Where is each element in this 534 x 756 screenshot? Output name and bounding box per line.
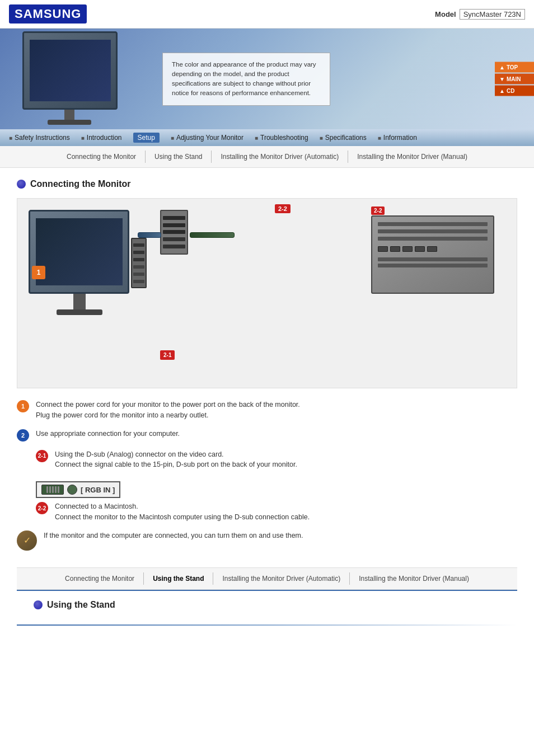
subnav-install-manual[interactable]: Installing the Monitor Driver (Manual) xyxy=(348,151,476,163)
instruction-2: 2 Use appropriate connection for your co… xyxy=(17,429,517,442)
badge-instr-2: 2 xyxy=(17,429,29,442)
diagram-center-cables xyxy=(160,210,188,255)
badge-2-2-alt: 2-2 xyxy=(275,204,291,213)
cable-right xyxy=(190,232,235,238)
instr-text-2-1: Using the D-sub (Analog) connector on th… xyxy=(55,449,297,471)
section1-header: Connecting the Monitor xyxy=(17,179,517,189)
subnav-stand[interactable]: Using the Stand xyxy=(146,151,212,163)
badge-1: 1 xyxy=(32,266,45,279)
sub-nav-top: Connecting the Monitor Using the Stand I… xyxy=(0,146,534,168)
nav-safety[interactable]: ■ Safety Instructions xyxy=(9,134,70,142)
nav-information[interactable]: ■ Information xyxy=(378,134,417,142)
model-value: SyncMaster 723N xyxy=(460,9,525,20)
bottom-subnav-auto[interactable]: Installing the Monitor Driver (Automatic… xyxy=(213,572,350,585)
diagram-pc-right: 2-2 xyxy=(371,215,505,305)
sub-nav-bottom: Connecting the Monitor Using the Stand I… xyxy=(17,567,517,590)
monitor-stand xyxy=(73,294,86,311)
badge-2-2: 2-2 xyxy=(371,206,385,215)
badge-instr-2-2: 2-2 xyxy=(36,502,48,514)
section2-bullet xyxy=(34,600,43,609)
rgb-circle-icon xyxy=(67,485,77,495)
instruction-2-1: 2-1 Using the D-sub (Analog) connector o… xyxy=(17,449,517,471)
subnav-install-auto[interactable]: Installing the Monitor Driver (Automatic… xyxy=(212,151,348,163)
section2: Using the Stand xyxy=(17,590,517,624)
monitor-frame xyxy=(29,210,129,294)
top-nav: ■ Safety Instructions ■ Introduction Set… xyxy=(0,129,534,146)
bottom-subnav-manual[interactable]: Installing the Monitor Driver (Manual) xyxy=(350,572,478,585)
instr-text-2-2: Connected to a Macintosh. Connect the mo… xyxy=(55,501,310,523)
section2-title: Using the Stand xyxy=(47,600,115,610)
monitor-port-block xyxy=(131,238,147,288)
top-button[interactable]: ▲ TOP xyxy=(495,62,534,73)
bottom-subnav-stand[interactable]: Using the Stand xyxy=(144,572,213,585)
nav-setup[interactable]: Setup xyxy=(133,133,160,143)
nav-troubleshooting[interactable]: ■ Troubleshooting xyxy=(255,134,308,142)
rgb-in-box: [ RGB IN ] xyxy=(36,481,120,498)
instruction-2-2: 2-2 Connected to a Macintosh. Connect th… xyxy=(17,501,517,523)
monitor-base xyxy=(57,309,102,315)
rgb-in-label: [ RGB IN ] xyxy=(81,486,115,494)
bottom-divider xyxy=(17,624,517,626)
nav-specifications[interactable]: ■ Specifications xyxy=(320,134,367,142)
instruction-check: ✓ If the monitor and the computer are co… xyxy=(17,530,517,551)
instr-text-1: Connect the power cord for your monitor … xyxy=(36,400,300,421)
instr-text-2: Use appropriate connection for your comp… xyxy=(36,429,180,439)
hero-monitor-illustration xyxy=(17,31,129,126)
cable-left xyxy=(138,232,161,238)
connector-block xyxy=(160,210,188,255)
section2-header: Using the Stand xyxy=(34,600,500,610)
main-button[interactable]: ▼ MAIN xyxy=(495,74,534,84)
nav-introduction[interactable]: ■ Introduction xyxy=(81,134,122,142)
hero-disclaimer-box: The color and appearance of the product … xyxy=(162,53,330,106)
connection-diagram: 1 2-1 xyxy=(17,198,517,388)
instructions-list: 1 Connect the power cord for your monito… xyxy=(17,400,517,551)
bottom-subnav-connecting[interactable]: Connecting the Monitor xyxy=(56,572,144,585)
main-arrow-icon: ▼ xyxy=(499,76,505,82)
top-arrow-icon: ▲ xyxy=(499,64,505,71)
cd-button[interactable]: ▲ CD xyxy=(495,86,534,96)
side-nav-buttons: ▲ TOP ▼ MAIN ▲ CD xyxy=(495,62,534,96)
hero-banner: The color and appearance of the product … xyxy=(0,29,534,129)
model-label: Model xyxy=(435,10,456,18)
nav-adjusting[interactable]: ■ Adjusting Your Monitor xyxy=(171,134,243,142)
header: SAMSUNG Model SyncMaster 723N xyxy=(0,0,534,29)
badge-instr-2-1: 2-1 xyxy=(36,450,48,462)
pc-frame xyxy=(371,215,494,294)
subnav-connecting[interactable]: Connecting the Monitor xyxy=(58,151,146,163)
diagram-monitor-left: 1 xyxy=(29,210,152,322)
badge-2-1: 2-1 xyxy=(160,350,175,360)
main-content: Connecting the Monitor 1 xyxy=(0,168,534,637)
check-icon: ✓ xyxy=(17,530,37,551)
instr-text-check: If the monitor and the computer are conn… xyxy=(44,530,303,541)
cd-arrow-icon: ▲ xyxy=(499,88,505,94)
hero-disclaimer-text: The color and appearance of the product … xyxy=(172,61,316,97)
section1-title: Connecting the Monitor xyxy=(30,179,131,189)
instruction-1: 1 Connect the power cord for your monito… xyxy=(17,400,517,421)
monitor-screen xyxy=(36,218,123,285)
badge-instr-1: 1 xyxy=(17,400,29,412)
model-info: Model SyncMaster 723N xyxy=(435,9,525,20)
samsung-logo: SAMSUNG xyxy=(9,4,87,24)
rgb-connector-icon xyxy=(41,485,64,495)
section1-bullet xyxy=(17,180,26,189)
